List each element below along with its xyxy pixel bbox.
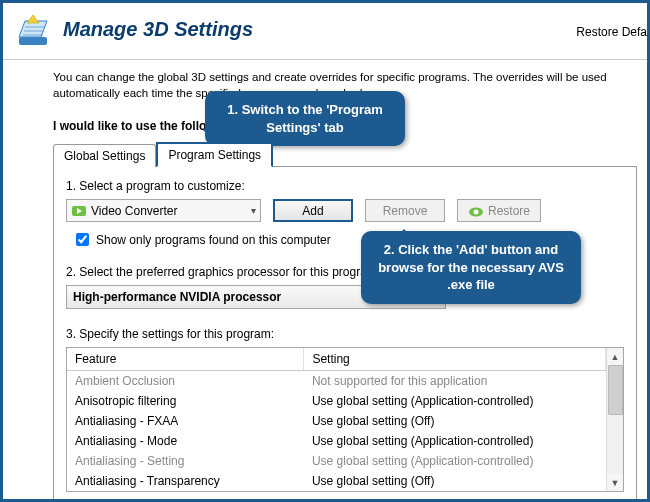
scroll-down-button[interactable]: ▼	[607, 474, 623, 491]
setting-cell: Use global setting (Off)	[304, 411, 606, 431]
scroll-up-button[interactable]: ▲	[607, 348, 623, 365]
page-header: Manage 3D Settings Restore Defa	[3, 3, 647, 60]
setting-cell: Not supported for this application	[304, 371, 606, 392]
gpu-select-value: High-performance NVIDIA processor	[73, 290, 281, 304]
table-row[interactable]: Anisotropic filteringUse global setting …	[67, 391, 606, 411]
feature-cell: Antialiasing - Mode	[67, 431, 304, 451]
feature-cell: Antialiasing - FXAA	[67, 411, 304, 431]
tab-program-settings[interactable]: Program Settings	[156, 142, 273, 167]
table-row[interactable]: Antialiasing - FXAAUse global setting (O…	[67, 411, 606, 431]
svg-rect-0	[19, 37, 47, 45]
svg-marker-1	[19, 21, 47, 37]
program-select-value: Video Converter	[91, 204, 178, 218]
nvidia-eye-icon	[468, 206, 484, 216]
settings-table-wrap: Feature Setting Ambient OcclusionNot sup…	[66, 347, 624, 492]
program-app-icon	[71, 203, 87, 219]
restore-button: Restore	[457, 199, 541, 222]
show-only-found-label: Show only programs found on this compute…	[96, 233, 331, 247]
setting-cell: Use global setting (Application-controll…	[304, 431, 606, 451]
svg-point-9	[474, 209, 479, 214]
feature-cell: Antialiasing - Transparency	[67, 471, 304, 491]
restore-defaults-link[interactable]: Restore Defa	[576, 25, 647, 39]
feature-cell: Ambient Occlusion	[67, 371, 304, 392]
step3-label: 3. Specify the settings for this program…	[66, 327, 624, 341]
step1-label: 1. Select a program to customize:	[66, 179, 624, 193]
remove-button: Remove	[365, 199, 445, 222]
settings-table: Feature Setting Ambient OcclusionNot sup…	[67, 348, 606, 491]
annotation-callout-2: 2. Click the 'Add' button and browse for…	[361, 231, 581, 304]
feature-cell: Antialiasing - Setting	[67, 451, 304, 471]
col-setting[interactable]: Setting	[304, 348, 606, 371]
annotation-callout-1: 1. Switch to the 'Program Settings' tab	[205, 91, 405, 146]
tab-panel: 1. Select a program to customize: Video …	[53, 167, 637, 502]
table-row[interactable]: Antialiasing - ModeUse global setting (A…	[67, 431, 606, 451]
svg-marker-5	[27, 15, 39, 23]
chevron-down-icon: ▾	[251, 205, 256, 216]
page-title: Manage 3D Settings	[63, 18, 253, 41]
restore-button-label: Restore	[488, 204, 530, 218]
table-row[interactable]: Antialiasing - TransparencyUse global se…	[67, 471, 606, 491]
table-row[interactable]: Ambient OcclusionNot supported for this …	[67, 371, 606, 392]
feature-cell: Anisotropic filtering	[67, 391, 304, 411]
add-button[interactable]: Add	[273, 199, 353, 222]
col-feature[interactable]: Feature	[67, 348, 304, 371]
table-scrollbar[interactable]: ▲ ▼	[606, 348, 623, 491]
setting-cell: Use global setting (Off)	[304, 471, 606, 491]
setting-cell: Use global setting (Application-controll…	[304, 451, 606, 471]
program-select[interactable]: Video Converter ▾	[66, 199, 261, 222]
step1-controls: Video Converter ▾ Add Remove Restore	[66, 199, 624, 222]
scroll-thumb[interactable]	[608, 365, 623, 415]
show-only-found-input[interactable]	[76, 233, 89, 246]
tab-global-settings[interactable]: Global Settings	[53, 144, 156, 167]
setting-cell: Use global setting (Application-controll…	[304, 391, 606, 411]
nvidia-3d-logo-icon	[13, 9, 53, 49]
table-row[interactable]: Antialiasing - SettingUse global setting…	[67, 451, 606, 471]
